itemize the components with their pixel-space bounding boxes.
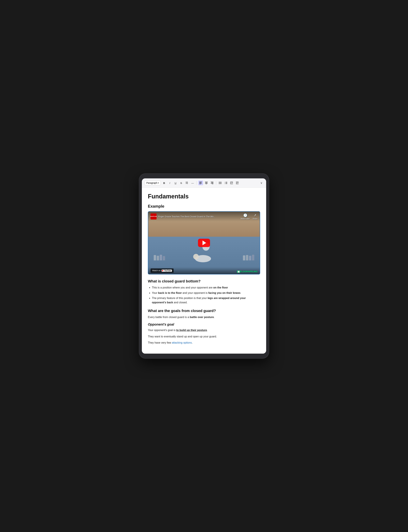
paragraph-select[interactable]: Paragraph ▾ — [144, 181, 161, 185]
svg-rect-31 — [236, 184, 238, 184]
play-triangle-icon — [203, 241, 206, 245]
section2-intro: Every battle from closed guard is a batt… — [148, 315, 260, 319]
bullet-list-icon — [219, 182, 221, 184]
divider-1 — [196, 181, 197, 185]
svg-point-12 — [219, 182, 220, 182]
svg-rect-1 — [199, 182, 201, 183]
bullet-list-1: This is a position where you and your op… — [148, 286, 260, 304]
opponent-after: . — [207, 329, 208, 332]
italic-button[interactable]: I — [167, 181, 172, 185]
bullet-list-button[interactable] — [218, 181, 222, 185]
channel-name: GRAPPLING — [150, 216, 157, 217]
link-button[interactable]: ⛓ — [185, 181, 189, 185]
chevron-down-icon: ▾ — [158, 182, 159, 184]
youtube-label: YouTube — [164, 270, 171, 272]
play-button[interactable] — [198, 239, 210, 247]
indent-icon — [230, 182, 233, 184]
indent-button[interactable] — [229, 181, 234, 185]
audience-left — [154, 238, 176, 260]
ordered-list-icon: 1 2 3 — [225, 182, 227, 184]
ordered-list-button[interactable]: 1 2 3 — [223, 181, 228, 185]
svg-rect-26 — [231, 183, 233, 183]
section2-intro-after: . — [214, 316, 214, 319]
watch-on-youtube[interactable]: Watch on YouTube — [151, 268, 174, 273]
svg-rect-23 — [226, 184, 227, 184]
svg-point-35 — [193, 254, 199, 260]
youtube-play-icon — [162, 270, 164, 271]
share-icon: ↗ — [254, 213, 256, 217]
svg-rect-19 — [226, 182, 227, 182]
align-left-icon — [199, 182, 202, 184]
video-scene: GRAPPLING Roger Gracie Teaches The Best … — [148, 212, 260, 274]
bullet-item-2: Your back is to the floor and your oppon… — [152, 291, 260, 295]
opponent-goal-text: Your opponent's goal is to build up thei… — [148, 328, 260, 332]
clock-icon: 🕐 — [243, 213, 247, 217]
svg-rect-17 — [220, 184, 221, 184]
svg-rect-6 — [205, 183, 208, 183]
outdent-icon — [236, 182, 238, 184]
example-heading: Example — [148, 204, 260, 209]
svg-rect-7 — [205, 184, 207, 184]
outdent-button[interactable] — [235, 181, 240, 185]
section1-heading: What is closed guard bottom? — [148, 279, 260, 283]
bullet-item-3: The primary feature of this position is … — [152, 296, 260, 304]
align-right-icon — [211, 182, 213, 184]
opponent-bold: to build up their posture — [176, 329, 207, 332]
opponent-text2: They have very few attacking options. — [148, 341, 260, 345]
watch-on-label: Watch on — [152, 270, 161, 272]
flo-box: ⬜ — [237, 270, 240, 273]
dash-button[interactable]: — — [190, 181, 195, 185]
flo-brand-text: FLOGRAPPLING — [240, 270, 257, 273]
opponent-text2-after: . — [192, 341, 193, 344]
svg-rect-4 — [205, 182, 208, 182]
bold-button[interactable]: B — [162, 181, 166, 185]
svg-rect-24 — [230, 182, 233, 182]
svg-rect-11 — [212, 184, 213, 184]
svg-rect-8 — [211, 182, 213, 182]
svg-rect-3 — [199, 184, 201, 184]
svg-rect-30 — [237, 183, 238, 183]
opponent-text2-before: They have very few — [148, 341, 172, 344]
video-top-right: 🕐 Watch later ↗ Share — [241, 213, 257, 220]
svg-point-16 — [219, 183, 220, 184]
youtube-logo: YouTube — [162, 270, 172, 272]
video-embed[interactable]: GRAPPLING Roger Gracie Teaches The Best … — [148, 211, 260, 274]
attacking-options-link[interactable]: attacking options — [172, 341, 192, 344]
align-center-button[interactable] — [204, 181, 209, 185]
channel-logo: GRAPPLING — [151, 213, 157, 220]
page-title: Fundamentals — [148, 193, 260, 200]
watch-later-button[interactable]: 🕐 Watch later — [241, 213, 250, 220]
align-right-button[interactable] — [210, 181, 214, 185]
video-title: Roger Gracie Teaches The Best Closed Gua… — [158, 215, 239, 218]
svg-marker-29 — [236, 182, 237, 183]
svg-point-14 — [219, 183, 220, 183]
play-button-container — [198, 239, 210, 247]
bullet-item-1: This is a position where you and your op… — [152, 286, 260, 290]
editor-content: Fundamentals Example — [142, 188, 266, 354]
underline-button[interactable]: U — [173, 181, 178, 185]
section2-heading: What are the goals from closed guard? — [148, 309, 260, 313]
svg-rect-27 — [230, 184, 233, 184]
opponent-before: Your opponent's goal is — [148, 329, 176, 332]
svg-rect-28 — [236, 182, 238, 182]
paragraph-label: Paragraph — [146, 182, 157, 184]
share-label: Share — [253, 218, 257, 220]
svg-rect-5 — [205, 182, 207, 183]
svg-marker-25 — [230, 182, 231, 183]
strikethrough-button[interactable]: S — [179, 181, 183, 185]
section2-intro-bold: battle over posture — [190, 316, 214, 319]
share-button[interactable]: ↗ Share — [253, 213, 257, 220]
video-footer: Watch on YouTube ⬜FLOGRAPPLING — [148, 267, 260, 274]
watch-later-label: Watch later — [241, 218, 250, 220]
collapse-button[interactable]: ∨ — [259, 180, 264, 186]
svg-rect-9 — [211, 182, 213, 183]
flograppling-brand: ⬜FLOGRAPPLING — [237, 270, 257, 273]
svg-text:3: 3 — [225, 183, 225, 184]
align-left-button[interactable] — [198, 181, 203, 185]
opponent-text1: They want to eventually stand up and ope… — [148, 334, 260, 339]
align-center-icon — [205, 182, 208, 184]
section2-intro-before: Every battle from closed guard is a — [148, 316, 190, 319]
tablet-inner: Paragraph ▾ B I U S ⛓ — — [142, 178, 266, 354]
svg-rect-13 — [220, 182, 221, 182]
svg-rect-21 — [226, 183, 227, 183]
